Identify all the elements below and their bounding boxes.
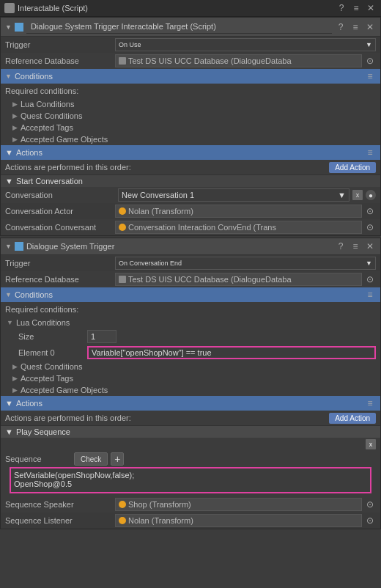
actor-field[interactable]: Nolan (Transform) [115,205,362,218]
conditions-menu-2[interactable]: ≡ [364,289,376,301]
seq-listener-field[interactable]: Nolan (Transform) [115,514,362,527]
seq-speaker-link[interactable]: ⊙ [364,499,376,510]
conditions-menu-1[interactable]: ≡ [364,70,376,82]
lua-size-label: Size [18,332,84,341]
refdb-label-1: Reference Database [5,56,115,65]
refdb-link-icon-1[interactable]: ⊙ [364,55,376,67]
quest-conditions-item-1[interactable]: ▶ Quest Conditions [1,110,380,122]
db-icon-1 [119,57,126,65]
seq-listener-link[interactable]: ⊙ [364,515,376,526]
seq-listener-label: Sequence Listener [5,516,115,525]
conversation-dot-btn[interactable]: ● [366,190,376,200]
help-icon[interactable]: ? [336,2,347,14]
actions-menu-2[interactable]: ≡ [364,397,376,409]
conditions-title-1: Conditions [15,72,361,81]
play-seq-header[interactable]: ▼ Play Sequence [1,425,380,438]
add-action-button-1[interactable]: Add Action [329,162,376,173]
actor-link-icon[interactable]: ⊙ [364,205,376,217]
component-2: ▼ Dialogue System Trigger ? ≡ ✕ Trigger … [0,238,381,529]
required-label-row-1: Required conditions: [1,84,380,98]
lua-size-input[interactable] [87,330,116,343]
accepted-tags-item-2[interactable]: ▶ Accepted Tags [1,372,380,384]
component-2-title: Dialogue System Trigger [26,242,332,251]
refdb-row-1: Reference Database Test DS UIS UCC Datab… [1,53,380,69]
conversation-dropdown[interactable]: New Conversation 1 ▼ [118,188,349,202]
seq-listener-icon [119,517,126,524]
sequence-plus-btn[interactable]: + [111,452,124,466]
conditions-body-1: Required conditions: ▶ Lua Conditions ▶ … [1,84,380,145]
sequence-textarea[interactable] [11,468,370,490]
close-icon-1[interactable]: ✕ [364,21,376,33]
actor-icon [119,207,126,215]
close-icon-2[interactable]: ✕ [364,240,376,252]
conditions-title-2: Conditions [15,290,361,299]
seq-listener-row: Sequence Listener Nolan (Transform) ⊙ [1,512,380,529]
refdb-row-2: Reference Database Test DS UIS UCC Datab… [1,271,380,287]
conversant-link-icon[interactable]: ⊙ [364,221,376,233]
actions-subtitle-row-2: Actions are performed in this order: Add… [1,411,380,425]
trigger-dropdown-1[interactable]: On Use ▼ [115,38,376,51]
start-conv-title: Start Conversation [16,177,376,185]
conversation-value: New Conversation 1 [122,191,194,199]
component-1-header: ▼ Dialogue System Trigger Interactable T… [1,18,380,37]
actions-menu-1[interactable]: ≡ [364,147,376,158]
conditions-body-2: Required conditions: ▼ Lua Conditions Si… [1,302,380,396]
conversant-field[interactable]: Conversation Interaction ConvEnd (Trans [115,221,362,234]
collapse-arrow-1[interactable]: ▼ [5,23,12,31]
accepted-tags-item-1[interactable]: ▶ Accepted Tags [1,122,380,133]
menu-icon[interactable]: ≡ [350,2,362,14]
enable-checkbox-2[interactable] [15,242,23,251]
lua-conditions-item-2[interactable]: ▼ Lua Conditions [1,317,380,328]
add-action-button-2[interactable]: Add Action [329,413,376,424]
seq-speaker-field[interactable]: Shop (Transform) [115,498,362,511]
top-bar-title: Interactable (Script) [18,4,333,12]
conversant-icon [119,224,126,231]
conversation-label: Conversation [5,191,115,199]
enable-checkbox-1[interactable] [15,23,23,32]
trigger-value-1: On Use ▼ [115,38,376,51]
actions-header-2: ▼ Actions ≡ [1,396,380,411]
actor-label: Conversation Actor [5,207,115,216]
conversation-clear-btn[interactable]: x [352,190,363,200]
conditions-header-1[interactable]: ▼ Conditions ≡ [1,69,380,84]
script-icon [4,3,15,13]
menu-icon-1[interactable]: ≡ [349,21,361,33]
refdb-field-2[interactable]: Test DS UIS UCC Database (DialogueDataba [115,273,362,286]
seq-listener-value: Nolan (Transform) ⊙ [115,514,376,527]
actions-subtitle-row-1: Actions are performed in this order: Add… [1,160,380,174]
lua-condition-input[interactable]: Variable["openShopNow"] == true [87,346,376,359]
seq-close-btn[interactable]: x [366,439,376,449]
trigger-value-2: On Conversation End ▼ [115,257,376,270]
quest-conditions-item-2[interactable]: ▶ Quest Conditions [1,361,380,372]
dropdown-arrow: ▼ [366,41,372,48]
collapse-arrow-2[interactable]: ▼ [5,243,12,250]
lua-condition-text: Variable["openShopNow"] == true [92,348,212,357]
lua-conditions-item-1[interactable]: ▶ Lua Conditions [1,98,380,110]
help-icon-1[interactable]: ? [335,21,347,33]
accepted-gameobjects-item-1[interactable]: ▶ Accepted Game Objects [1,133,380,145]
trigger-dropdown-2[interactable]: On Conversation End ▼ [115,257,376,270]
sequence-check-btn[interactable]: Check [74,452,108,466]
actions-title-2: Actions [16,399,361,408]
accepted-gameobjects-item-2[interactable]: ▶ Accepted Game Objects [1,384,380,396]
close-icon[interactable]: ✕ [365,2,377,14]
top-bar: Interactable (Script) ? ≡ ✕ [0,0,381,17]
refdb-text-2: Test DS UIS UCC Database (DialogueDataba [128,275,292,284]
help-icon-2[interactable]: ? [335,240,347,252]
conversant-label: Conversation Conversant [5,223,115,232]
conversant-row: Conversation Conversant Conversation Int… [1,219,380,235]
conditions-header-2[interactable]: ▼ Conditions ≡ [1,287,380,302]
play-seq-title: Play Sequence [16,427,70,436]
refdb-text-1: Test DS UIS UCC Database (DialogueDataba [128,56,292,65]
seq-controls: x [1,438,380,451]
start-conv-header[interactable]: ▼ Start Conversation [1,174,380,187]
menu-icon-2[interactable]: ≡ [349,240,361,252]
sequence-label: Sequence [5,455,71,463]
trigger-row-2: Trigger On Conversation End ▼ [1,255,380,271]
actor-row: Conversation Actor Nolan (Transform) ⊙ [1,203,380,219]
refdb-value-1: Test DS UIS UCC Database (DialogueDataba… [115,54,376,67]
conversation-row: Conversation New Conversation 1 ▼ x ● [1,187,380,203]
required-label-1: Required conditions: [5,87,78,95]
refdb-link-icon-2[interactable]: ⊙ [364,273,376,285]
refdb-field-1[interactable]: Test DS UIS UCC Database (DialogueDataba [115,54,362,67]
